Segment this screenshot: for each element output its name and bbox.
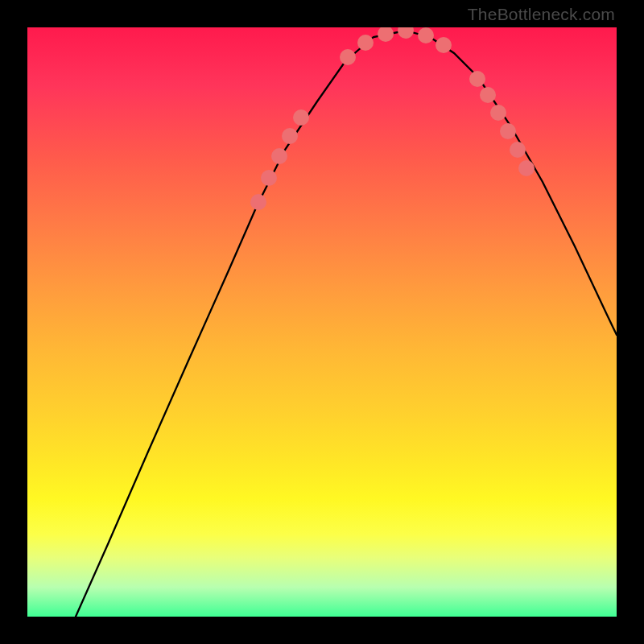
data-marker [510,142,526,158]
data-marker [271,148,287,164]
data-marker [518,160,535,176]
data-marker [436,37,452,53]
data-markers [250,27,535,210]
bottleneck-curve-svg [27,27,617,617]
data-marker [480,87,496,103]
data-marker [293,109,309,126]
data-marker [398,27,414,39]
bottleneck-curve [76,31,617,617]
chart-frame: TheBottleneck.com [0,0,644,644]
data-marker [340,49,356,65]
data-marker [490,105,506,121]
data-marker [418,27,434,43]
data-marker [378,27,394,42]
data-marker [500,123,516,139]
watermark-text: TheBottleneck.com [468,5,615,24]
plot-area [27,27,617,617]
data-marker [261,170,277,186]
data-marker [469,71,485,87]
data-marker [357,35,374,51]
data-marker [282,128,298,144]
data-marker [250,194,266,210]
